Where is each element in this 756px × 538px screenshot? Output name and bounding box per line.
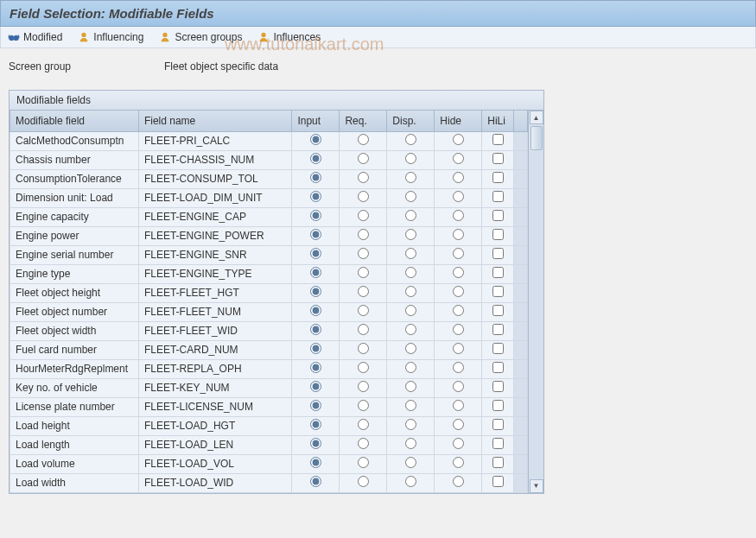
radio-hide[interactable] bbox=[453, 343, 464, 354]
radio-req[interactable] bbox=[358, 210, 369, 221]
checkbox-hili[interactable] bbox=[492, 324, 504, 335]
radio-hide[interactable] bbox=[453, 229, 464, 240]
col-hide[interactable]: Hide bbox=[435, 111, 482, 131]
radio-hide[interactable] bbox=[453, 286, 464, 297]
radio-req[interactable] bbox=[358, 229, 369, 240]
checkbox-hili[interactable] bbox=[492, 438, 504, 449]
radio-input[interactable] bbox=[310, 191, 321, 202]
radio-input[interactable] bbox=[310, 457, 321, 468]
radio-input[interactable] bbox=[310, 400, 321, 411]
checkbox-hili[interactable] bbox=[492, 134, 504, 145]
checkbox-hili[interactable] bbox=[492, 362, 504, 373]
radio-disp[interactable] bbox=[405, 476, 416, 487]
scroll-thumb[interactable] bbox=[530, 126, 543, 150]
radio-input[interactable] bbox=[310, 134, 321, 145]
radio-disp[interactable] bbox=[405, 362, 416, 373]
checkbox-hili[interactable] bbox=[492, 381, 504, 392]
checkbox-hili[interactable] bbox=[492, 286, 504, 297]
radio-input[interactable] bbox=[310, 229, 321, 240]
checkbox-hili[interactable] bbox=[492, 267, 504, 278]
radio-req[interactable] bbox=[358, 476, 369, 487]
checkbox-hili[interactable] bbox=[492, 476, 504, 487]
radio-req[interactable] bbox=[358, 400, 369, 411]
checkbox-hili[interactable] bbox=[492, 419, 504, 430]
scroll-down-button[interactable]: ▼ bbox=[530, 479, 543, 493]
modified-button[interactable]: Modified bbox=[8, 31, 62, 43]
radio-req[interactable] bbox=[358, 419, 369, 430]
radio-disp[interactable] bbox=[405, 153, 416, 164]
radio-req[interactable] bbox=[358, 248, 369, 259]
checkbox-hili[interactable] bbox=[492, 248, 504, 259]
vertical-scrollbar[interactable]: ▲ ▼ bbox=[528, 111, 543, 493]
radio-input[interactable] bbox=[310, 248, 321, 259]
radio-hide[interactable] bbox=[453, 153, 464, 164]
screen-groups-button[interactable]: Screen groups bbox=[159, 31, 242, 43]
radio-disp[interactable] bbox=[405, 343, 416, 354]
radio-hide[interactable] bbox=[453, 305, 464, 316]
radio-disp[interactable] bbox=[405, 457, 416, 468]
radio-disp[interactable] bbox=[405, 419, 416, 430]
checkbox-hili[interactable] bbox=[492, 191, 504, 202]
radio-hide[interactable] bbox=[453, 172, 464, 183]
radio-req[interactable] bbox=[358, 305, 369, 316]
radio-hide[interactable] bbox=[453, 267, 464, 278]
radio-req[interactable] bbox=[358, 134, 369, 145]
radio-disp[interactable] bbox=[405, 438, 416, 449]
radio-input[interactable] bbox=[310, 324, 321, 335]
influences-button[interactable]: Influences bbox=[257, 31, 321, 43]
radio-input[interactable] bbox=[310, 438, 321, 449]
radio-hide[interactable] bbox=[453, 400, 464, 411]
radio-req[interactable] bbox=[358, 438, 369, 449]
checkbox-hili[interactable] bbox=[492, 457, 504, 468]
radio-hide[interactable] bbox=[453, 457, 464, 468]
radio-disp[interactable] bbox=[405, 267, 416, 278]
radio-input[interactable] bbox=[310, 381, 321, 392]
radio-hide[interactable] bbox=[453, 381, 464, 392]
col-req[interactable]: Req. bbox=[340, 111, 387, 131]
radio-input[interactable] bbox=[310, 286, 321, 297]
radio-req[interactable] bbox=[358, 153, 369, 164]
scroll-track[interactable] bbox=[530, 124, 543, 479]
radio-disp[interactable] bbox=[405, 400, 416, 411]
radio-hide[interactable] bbox=[453, 419, 464, 430]
radio-input[interactable] bbox=[310, 419, 321, 430]
radio-req[interactable] bbox=[358, 324, 369, 335]
radio-disp[interactable] bbox=[405, 134, 416, 145]
radio-disp[interactable] bbox=[405, 172, 416, 183]
radio-hide[interactable] bbox=[453, 134, 464, 145]
radio-disp[interactable] bbox=[405, 229, 416, 240]
radio-hide[interactable] bbox=[453, 191, 464, 202]
radio-hide[interactable] bbox=[453, 476, 464, 487]
influencing-button[interactable]: Influencing bbox=[78, 31, 143, 43]
col-hili[interactable]: HiLi bbox=[482, 111, 514, 131]
col-disp[interactable]: Disp. bbox=[387, 111, 435, 131]
radio-input[interactable] bbox=[310, 153, 321, 164]
col-input[interactable]: Input bbox=[292, 111, 340, 131]
radio-input[interactable] bbox=[310, 267, 321, 278]
radio-hide[interactable] bbox=[453, 210, 464, 221]
radio-disp[interactable] bbox=[405, 324, 416, 335]
radio-input[interactable] bbox=[310, 362, 321, 373]
radio-hide[interactable] bbox=[453, 248, 464, 259]
checkbox-hili[interactable] bbox=[492, 153, 504, 164]
radio-input[interactable] bbox=[310, 476, 321, 487]
radio-input[interactable] bbox=[310, 343, 321, 354]
checkbox-hili[interactable] bbox=[492, 305, 504, 316]
radio-hide[interactable] bbox=[453, 324, 464, 335]
radio-req[interactable] bbox=[358, 457, 369, 468]
scroll-up-button[interactable]: ▲ bbox=[530, 111, 543, 124]
radio-input[interactable] bbox=[310, 172, 321, 183]
radio-req[interactable] bbox=[358, 172, 369, 183]
radio-input[interactable] bbox=[310, 210, 321, 221]
radio-disp[interactable] bbox=[405, 286, 416, 297]
radio-req[interactable] bbox=[358, 191, 369, 202]
radio-disp[interactable] bbox=[405, 381, 416, 392]
radio-hide[interactable] bbox=[453, 362, 464, 373]
radio-hide[interactable] bbox=[453, 438, 464, 449]
col-name[interactable]: Field name bbox=[138, 111, 292, 131]
radio-disp[interactable] bbox=[405, 210, 416, 221]
radio-req[interactable] bbox=[358, 362, 369, 373]
checkbox-hili[interactable] bbox=[492, 172, 504, 183]
radio-disp[interactable] bbox=[405, 191, 416, 202]
checkbox-hili[interactable] bbox=[492, 210, 504, 221]
